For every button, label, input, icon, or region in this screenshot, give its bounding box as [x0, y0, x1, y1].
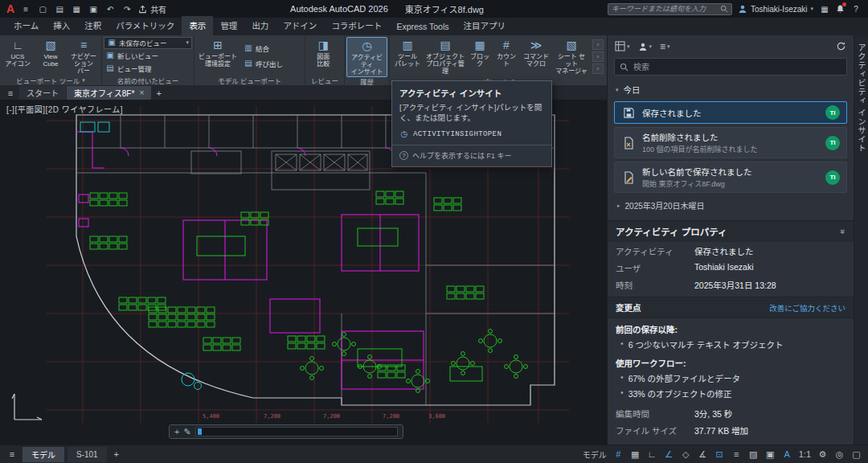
- menu-icon[interactable]: ≡: [20, 5, 31, 14]
- today-section-header[interactable]: ▾ 今日: [608, 81, 854, 100]
- sheet-set-manager-button[interactable]: ▧ シート セット マネージャ: [553, 37, 590, 76]
- date-group-header[interactable]: ▸ 2025年3月20日木曜日: [608, 195, 854, 216]
- clean-screen-icon[interactable]: ▢: [851, 449, 862, 460]
- palette-search[interactable]: [614, 58, 847, 76]
- space-indicator[interactable]: モデル: [583, 449, 607, 461]
- panel-label-model-viewports[interactable]: モデル ビューポート: [194, 75, 305, 85]
- help-icon[interactable]: ?: [850, 5, 862, 14]
- snap-mode-icon[interactable]: ▦: [630, 449, 641, 460]
- activity-item-saved[interactable]: 保存されました TI: [614, 101, 847, 124]
- panel-label-history[interactable]: 履歴: [345, 77, 389, 85]
- tab-manage[interactable]: 管理: [213, 16, 244, 35]
- ortho-icon[interactable]: ∟: [647, 449, 657, 459]
- object-snap-tracking-icon[interactable]: ∡: [698, 449, 708, 460]
- selection-cycling-icon[interactable]: ▣: [765, 449, 776, 460]
- customize-icon[interactable]: +: [174, 427, 179, 436]
- workspace-icon[interactable]: ⚙: [817, 449, 828, 460]
- palette-title-strip[interactable]: アクティビティ インサイト: [854, 35, 868, 445]
- object-snap-icon[interactable]: ⊡: [714, 449, 725, 460]
- tab-featured-apps[interactable]: 注目アプリ: [457, 16, 514, 35]
- tab-home[interactable]: ホーム: [6, 16, 46, 35]
- feedback-link[interactable]: 改善にご協力ください: [769, 302, 845, 313]
- isolate-objects-icon[interactable]: ◎: [834, 449, 845, 460]
- lineweight-icon[interactable]: ≡: [731, 449, 742, 459]
- tab-parametric[interactable]: パラメトリック: [108, 16, 182, 35]
- blocks-palette-button[interactable]: ▦ ブロック: [467, 37, 493, 76]
- activity-insights-button[interactable]: ◷ アクティビティ インサイト: [346, 37, 387, 77]
- pencil-icon[interactable]: ✎: [183, 427, 190, 437]
- ucs-icon-button[interactable]: ∟ UCS アイコン: [2, 37, 34, 76]
- polar-tracking-icon[interactable]: ∠: [664, 449, 674, 460]
- panel-label-viewport-tools[interactable]: ビューポート ツール ▾: [0, 76, 101, 85]
- activity-item-saved-as[interactable]: 新しい名前で保存されました 開始 東京オフィス8F.dwg TI: [614, 162, 847, 193]
- viewport-configuration-button[interactable]: ⊞ ビューポート 環境設定: [196, 37, 240, 75]
- new-tab-button[interactable]: +: [152, 86, 166, 100]
- user-account-button[interactable]: Toshiaki-Isezaki ▾: [738, 4, 813, 14]
- user-icon: [638, 42, 648, 51]
- close-icon[interactable]: ×: [139, 88, 144, 97]
- annotation-scale-icon[interactable]: 1:1: [799, 449, 811, 459]
- properties-palette-button[interactable]: ▤ オブジェクト プロパティ管理: [424, 37, 466, 76]
- tab-addins[interactable]: アドイン: [276, 16, 324, 35]
- view-combo[interactable]: ▣ 未保存のビュー ▾: [104, 37, 192, 49]
- mini-palette-button[interactable]: ▫: [592, 51, 604, 62]
- list-options-button[interactable]: ≡ ▾: [660, 41, 670, 52]
- mini-palette-button[interactable]: ▫: [592, 64, 604, 74]
- panel-label-named-views[interactable]: 名前の付いたビュー: [102, 75, 194, 85]
- new-file-icon[interactable]: ▢: [37, 5, 48, 14]
- file-tab-start[interactable]: スタート: [19, 86, 66, 100]
- viewport-controls-label[interactable]: [-][平面図][2D ワイヤフレーム]: [6, 103, 123, 115]
- global-search-input[interactable]: [612, 5, 717, 13]
- notifications-button[interactable]: [836, 4, 845, 14]
- view-options-button[interactable]: ▾: [615, 41, 630, 51]
- share-button[interactable]: 共有: [138, 3, 166, 15]
- file-tab-active-document[interactable]: 東京オフィス8F* ×: [67, 86, 151, 100]
- file-tab-menu-icon[interactable]: ≡: [2, 86, 18, 100]
- tab-express-tools[interactable]: Express Tools: [389, 18, 456, 35]
- collapse-chevron-icon[interactable]: »: [838, 229, 848, 234]
- activity-properties-header[interactable]: アクティビティ プロパティ »: [608, 220, 854, 242]
- drawing-compare-button[interactable]: ◨ 図面 比較: [307, 37, 339, 75]
- count-palette-button[interactable]: # カウント: [493, 37, 519, 76]
- layout-menu-icon[interactable]: ≡: [5, 449, 19, 459]
- navigation-bar-button[interactable]: ≡ ナビゲーション バー: [68, 37, 100, 76]
- tab-collaborate[interactable]: コラボレート: [324, 16, 389, 35]
- user-filter-button[interactable]: ▾: [638, 42, 653, 51]
- grid-icon[interactable]: #: [613, 449, 624, 459]
- tab-view[interactable]: 表示: [182, 16, 213, 35]
- model-tab[interactable]: モデル: [23, 447, 64, 462]
- plot-icon[interactable]: ▣: [88, 5, 99, 14]
- sheet-set-manager-icon: ▧: [566, 39, 576, 52]
- tab-output[interactable]: 出力: [244, 16, 276, 35]
- command-input[interactable]: [195, 427, 398, 436]
- tab-insert[interactable]: 挿入: [46, 16, 77, 35]
- activity-item-purged[interactable]: 名前削除されました 100 個の項目が名前削除されました TI: [614, 127, 847, 158]
- command-line[interactable]: + ✎: [169, 424, 403, 439]
- view-manager-button[interactable]: ▤ ビュー管理: [104, 63, 192, 74]
- annotation-visibility-icon[interactable]: A: [782, 449, 792, 459]
- mini-palette-button[interactable]: ▫: [592, 39, 604, 50]
- redo-icon[interactable]: ↷: [121, 5, 133, 14]
- autocad-logo-icon[interactable]: A: [6, 0, 14, 18]
- undo-icon[interactable]: ↶: [104, 5, 116, 14]
- global-search[interactable]: [608, 3, 732, 15]
- isodraft-icon[interactable]: ◇: [681, 449, 691, 460]
- command-macros-button[interactable]: ≫ コマンド マクロ: [520, 37, 552, 76]
- layout-tab-s101[interactable]: S-101: [68, 447, 107, 462]
- transparency-icon[interactable]: ▨: [748, 449, 759, 460]
- open-file-icon[interactable]: ▤: [54, 5, 65, 14]
- notification-dot: [842, 2, 846, 6]
- restore-viewports-button[interactable]: ▤ 呼び出し: [242, 58, 301, 69]
- viewcube-button[interactable]: ▧ View Cube: [35, 37, 67, 76]
- apps-icon[interactable]: ▦: [819, 5, 830, 14]
- join-icon: ▥: [244, 43, 253, 53]
- tab-annotate[interactable]: 注釈: [77, 16, 108, 35]
- join-viewports-button[interactable]: ▥ 結合: [242, 43, 301, 54]
- panel-label-review[interactable]: レビュー: [305, 75, 344, 85]
- tool-palettes-button[interactable]: ▥ ツール パレット: [391, 37, 424, 76]
- new-layout-button[interactable]: +: [110, 449, 123, 459]
- palette-search-input[interactable]: [633, 63, 841, 72]
- refresh-button[interactable]: [836, 41, 846, 51]
- new-view-button[interactable]: ▣ 新しいビュー: [104, 50, 192, 61]
- save-icon[interactable]: ▦: [71, 5, 82, 14]
